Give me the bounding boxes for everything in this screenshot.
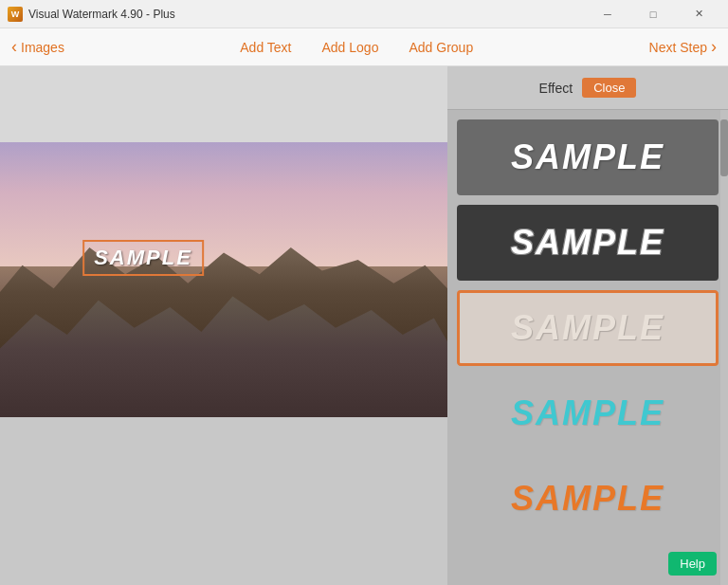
sky-layer (0, 142, 447, 266)
sample-text-5: SAMPLE (511, 479, 664, 519)
add-group-button[interactable]: Add Group (409, 40, 473, 55)
chevron-left-icon (11, 37, 17, 57)
title-bar-left: W Visual Watermark 4.90 - Plus (8, 7, 175, 22)
effect-tile-5[interactable]: SAMPLE (457, 461, 719, 537)
close-button[interactable]: ✕ (677, 0, 720, 28)
add-text-button[interactable]: Add Text (240, 40, 291, 55)
app-title: Visual Watermark 4.90 - Plus (28, 8, 175, 21)
effects-header: Effect Close (447, 66, 728, 110)
sample-text-3: SAMPLE (511, 308, 664, 348)
main-content: SAMPLE Effect Close SAMPLE SAMPLE SAMPLE (0, 66, 728, 585)
effect-tile-2[interactable]: SAMPLE (457, 205, 719, 281)
app-icon: W (8, 7, 23, 22)
mountain-background: SAMPLE (0, 142, 447, 417)
effect-tile-1[interactable]: SAMPLE (457, 119, 719, 195)
title-bar-controls: ─ □ ✕ (586, 0, 720, 28)
chevron-right-icon (711, 37, 717, 57)
effects-panel: Effect Close SAMPLE SAMPLE SAMPLE SAMPLE (447, 66, 728, 585)
effect-tile-3-selected[interactable]: SAMPLE (457, 290, 719, 366)
sample-text-4: SAMPLE (511, 393, 664, 433)
next-step-label[interactable]: Next Step (649, 40, 707, 55)
sample-text-2: SAMPLE (511, 223, 664, 263)
effect-label: Effect (539, 81, 573, 96)
image-container: SAMPLE (0, 142, 447, 417)
effect-tile-4[interactable]: SAMPLE (457, 375, 719, 451)
watermark-text: SAMPLE (94, 246, 192, 269)
sample-text-1: SAMPLE (511, 137, 664, 177)
next-step-nav[interactable]: Next Step (649, 37, 717, 57)
help-button[interactable]: Help (668, 552, 717, 576)
scrollbar-track[interactable] (720, 110, 728, 585)
close-button[interactable]: Close (582, 78, 636, 98)
nav-center: Add Text Add Logo Add Group (240, 40, 473, 55)
images-link[interactable]: Images (21, 40, 64, 55)
title-bar: W Visual Watermark 4.90 - Plus ─ □ ✕ (0, 0, 728, 28)
image-top-bar (0, 66, 447, 142)
effects-list: SAMPLE SAMPLE SAMPLE SAMPLE SAMPLE (447, 110, 728, 585)
minimize-button[interactable]: ─ (586, 0, 629, 28)
maximize-button[interactable]: □ (631, 0, 675, 28)
add-logo-button[interactable]: Add Logo (322, 40, 379, 55)
watermark-preview[interactable]: SAMPLE (82, 240, 204, 276)
back-nav[interactable]: Images (11, 37, 64, 57)
scrollbar-thumb[interactable] (720, 119, 728, 176)
nav-bar: Images Add Text Add Logo Add Group Next … (0, 28, 728, 66)
image-panel: SAMPLE (0, 66, 447, 585)
